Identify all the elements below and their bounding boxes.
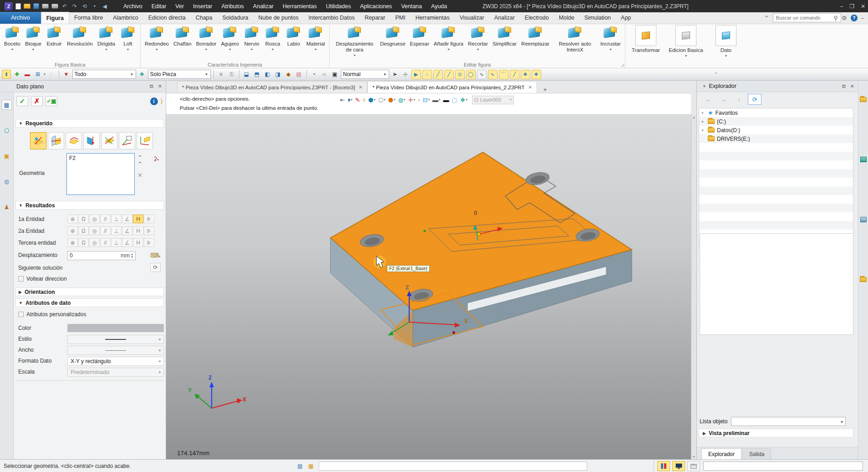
- document-tab-pieza2[interactable]: * Pieza Vídeo Dibujo3D en AutoCAD para P…: [367, 81, 537, 93]
- ribbon-button-material[interactable]: Material▼: [304, 25, 327, 61]
- ribbon-button-borrador[interactable]: Borrador▼: [194, 25, 219, 61]
- ruler-toggle-icon[interactable]: [657, 461, 670, 471]
- constraint-midpoint-icon[interactable]: ⊪: [144, 215, 154, 223]
- snap-points-icon[interactable]: ∴: [422, 70, 432, 79]
- display-table-icon[interactable]: ❖: [137, 70, 147, 79]
- regen-icon[interactable]: ⟲: [81, 3, 88, 10]
- shade-mode-icon[interactable]: ⬧▾: [347, 95, 353, 104]
- tab-nube-de-puntos[interactable]: Nube de puntos: [254, 12, 304, 24]
- back-icon[interactable]: ←: [701, 94, 715, 105]
- constraint-horizontal-icon[interactable]: H: [133, 238, 143, 247]
- refresh-icon[interactable]: ⟳: [748, 94, 761, 105]
- dialog-launcher-icon[interactable]: ◿: [621, 63, 624, 67]
- close-tab-icon[interactable]: ✕: [359, 85, 362, 90]
- constraint-coincident-icon[interactable]: ⊕: [67, 215, 78, 223]
- tab-archivo[interactable]: Archivo: [0, 12, 41, 24]
- pick-box-icon[interactable]: ⊞: [33, 70, 42, 79]
- snap-line-icon[interactable]: ╱: [433, 70, 443, 79]
- custom-attributes-checkbox[interactable]: Atributos personalizados: [18, 311, 86, 318]
- clear-selection-icon[interactable]: ✕: [137, 172, 142, 179]
- open-file-icon[interactable]: [24, 4, 30, 9]
- ribbon-button-dato[interactable]: Dato▼: [708, 25, 744, 61]
- arc-icon[interactable]: ∩: [320, 70, 329, 79]
- prompt-history-icon[interactable]: ▤: [295, 462, 305, 471]
- minimize-button[interactable]: –: [840, 3, 843, 10]
- solid-cube-icon[interactable]: ⬢▾: [367, 95, 376, 104]
- toolbar-collapse-icon[interactable]: ⌃: [714, 72, 718, 77]
- style-dropdown[interactable]: ▼: [67, 335, 164, 344]
- assembly-tab-icon[interactable]: ⬡: [2, 125, 12, 135]
- black-bar-icon[interactable]: ▬: [442, 95, 450, 104]
- align-icon[interactable]: ⊟▾: [422, 95, 431, 104]
- ribbon-button-anadir-figura[interactable]: Añadir figura▼: [431, 25, 466, 61]
- status-readout-field[interactable]: [703, 462, 863, 471]
- snap-arc-icon[interactable]: ⌒: [499, 70, 508, 79]
- scroll-down-icon[interactable]: ▼: [692, 455, 695, 458]
- tab-herramientas[interactable]: Herramientas: [411, 12, 455, 24]
- snap-spline-icon[interactable]: ∿: [488, 70, 497, 79]
- panel-close-icon[interactable]: ✕: [158, 83, 162, 89]
- snap-play-icon[interactable]: ▶: [411, 70, 421, 79]
- snap-circle-icon[interactable]: ◯: [466, 70, 476, 79]
- constraint-parallel-icon[interactable]: //: [100, 226, 111, 235]
- datum-option-icon[interactable]: [66, 132, 82, 149]
- view-cube-icon[interactable]: ◨: [274, 70, 283, 79]
- viewport-bg-icon[interactable]: ▢: [451, 95, 458, 104]
- apply-icon[interactable]: ✓▣: [46, 96, 57, 106]
- layer-ruler-icon[interactable]: ≡: [217, 70, 226, 79]
- ribbon-button-resolver-auto-intersx[interactable]: Resolver auto IntersX: [552, 25, 598, 61]
- tab-figura[interactable]: Figura: [41, 12, 69, 24]
- menu-insertar[interactable]: Insertar: [189, 2, 216, 11]
- dashed-box-icon[interactable]: ▫: [417, 95, 421, 104]
- part-tab-icon[interactable]: ▣: [2, 151, 12, 161]
- tab-app[interactable]: App: [616, 12, 636, 24]
- confirm-icon[interactable]: ✓: [16, 96, 28, 106]
- constraint-tangent-icon[interactable]: Ω: [78, 226, 89, 235]
- lock-icon[interactable]: ⚿: [227, 70, 236, 79]
- viewport-scrollbar[interactable]: ▲▼: [691, 115, 696, 459]
- snap-mode-dropdown[interactable]: Normal▼: [341, 70, 389, 79]
- pick-from-list-icon[interactable]: ⚳▾: [153, 155, 159, 162]
- viewport-3d[interactable]: Z Y X Z X 0 F2 (Extruir1_Base) 174.147mm: [166, 115, 691, 459]
- ribbon-button-reemplazar[interactable]: Reemplazar: [519, 25, 552, 61]
- ribbon-button-edicion-basica[interactable]: Edicion Basica▼: [668, 25, 704, 61]
- new-file-icon[interactable]: [15, 3, 21, 10]
- tab-salida[interactable]: Salida: [742, 448, 771, 459]
- tab-pmi[interactable]: PMI: [390, 12, 410, 24]
- flip-page-icon[interactable]: ⟩: [161, 97, 163, 105]
- tab-molde[interactable]: Molde: [554, 12, 579, 24]
- tab-alambrico[interactable]: Alambrico: [108, 12, 143, 24]
- object-list-dropdown[interactable]: ▼: [731, 417, 846, 426]
- scale-dropdown[interactable]: Predeterminado▼: [67, 368, 164, 377]
- add-icon[interactable]: ✚: [12, 70, 21, 79]
- menu-ayuda[interactable]: Ayuda: [427, 2, 451, 11]
- flip-direction-checkbox[interactable]: Voltear direccion: [18, 276, 67, 282]
- chevron-right-icon[interactable]: ▸: [702, 119, 706, 123]
- cancel-icon[interactable]: ✗: [31, 96, 43, 106]
- constraint-coincident-icon[interactable]: ⊕: [67, 226, 78, 235]
- panel-menu-icon[interactable]: ▾: [703, 84, 706, 88]
- ribbon-button-desgruese[interactable]: Desgruese: [378, 25, 408, 61]
- gear-icon[interactable]: ⚙: [842, 15, 847, 21]
- constraint-concentric-icon[interactable]: ◎: [89, 226, 100, 235]
- tab-edicion-directa[interactable]: Edicion directa: [143, 12, 191, 24]
- offset-input[interactable]: 0mm▲▼: [67, 251, 136, 260]
- constraint-tangent-icon[interactable]: Ω: [78, 215, 89, 223]
- menu-atributos[interactable]: Atributos: [218, 2, 248, 11]
- ribbon-button-loft[interactable]: Loft▼: [117, 25, 138, 61]
- tab-soldadura[interactable]: Soldadura: [218, 12, 254, 24]
- constraint-tangent-icon[interactable]: Ω: [78, 238, 89, 247]
- section-orientacion[interactable]: ▶Orientacion: [15, 287, 164, 296]
- ribbon-button-transformar[interactable]: Transformar: [628, 25, 664, 61]
- constraint-angle-icon[interactable]: ∠: [122, 215, 132, 223]
- constraint-horizontal-icon[interactable]: H: [133, 215, 143, 223]
- tree-item-datos-d[interactable]: ▸Datos(D:): [699, 126, 853, 134]
- ribbon-button-incrustar[interactable]: Incrustar▼: [598, 25, 623, 61]
- tab-electrodo[interactable]: Electrodo: [520, 12, 554, 24]
- datum-option-icon[interactable]: [101, 132, 117, 149]
- tab-chapa[interactable]: Chapa: [191, 12, 218, 24]
- datum-option-icon[interactable]: [119, 132, 135, 149]
- expression-icon[interactable]: ⌨▾: [150, 252, 160, 259]
- layer-dropdown[interactable]: Layer000▾: [472, 96, 514, 104]
- file-list[interactable]: [700, 233, 853, 335]
